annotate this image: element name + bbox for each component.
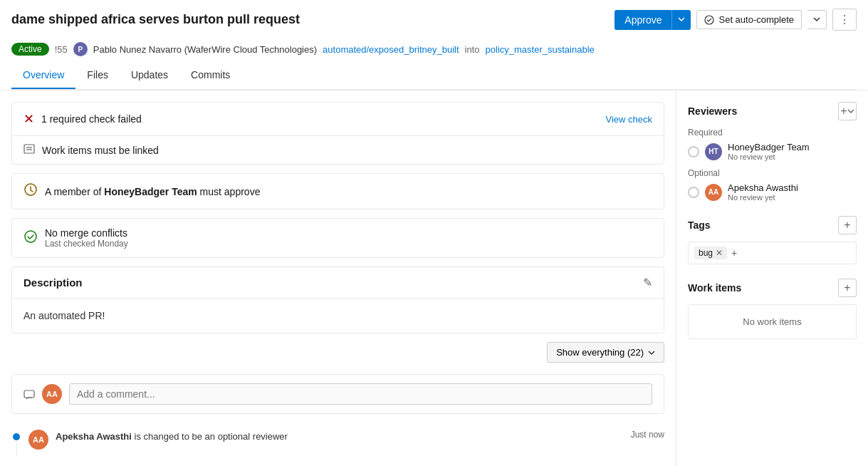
content-area: ✕ 1 required check failed View check Wor… <box>0 90 676 466</box>
add-tag-button[interactable]: + <box>838 216 857 234</box>
comment-area: AA <box>11 374 664 414</box>
approve-check-text: A member of HoneyBadger Team must approv… <box>45 186 260 197</box>
add-reviewer-button[interactable]: + <box>838 102 857 120</box>
approve-caret-button[interactable] <box>671 10 691 30</box>
required-check-section: ✕ 1 required check failed View check Wor… <box>11 102 664 165</box>
optional-reviewers-group: Optional AA Apeksha Awasthi No review ye… <box>688 168 857 202</box>
tab-commits[interactable]: Commits <box>179 63 241 89</box>
tab-files[interactable]: Files <box>75 63 120 89</box>
activity-content-1: Apeksha Awasthi is changed to be an opti… <box>56 430 624 442</box>
comment-icon <box>23 390 35 402</box>
chevron-down-icon-3 <box>648 349 655 356</box>
work-items-title: Work items <box>688 282 741 294</box>
header: dame shipped africa serves burton pull r… <box>0 0 868 90</box>
chevron-down-icon-2 <box>813 16 820 23</box>
branch-arrow: into <box>465 44 480 55</box>
more-options-button[interactable]: ⋮ <box>832 9 857 31</box>
approve-button-group: Approve <box>615 10 691 30</box>
check-header-left: ✕ 1 required check failed <box>23 111 142 127</box>
reviewer-status-aa: No review yet <box>728 193 798 202</box>
no-work-items: No work items <box>688 304 857 339</box>
chevron-down-icon <box>678 16 685 23</box>
show-everything-button[interactable]: Show everything (22) <box>547 342 664 363</box>
tag-bug-label: bug <box>699 248 713 258</box>
autocomplete-button[interactable]: Set auto-complete <box>696 10 802 29</box>
work-items-section: Work items + No work items <box>688 279 857 339</box>
description-title: Description <box>23 276 83 289</box>
timeline-dot-1 <box>13 433 20 440</box>
timeline-1 <box>11 433 21 456</box>
chat-icon <box>23 390 35 400</box>
source-branch[interactable]: automated/exposed_britney_built <box>323 44 459 55</box>
required-label: Required <box>688 128 857 138</box>
tag-add-icon[interactable]: + <box>731 247 737 259</box>
activity-avatar-1: AA <box>28 430 48 450</box>
activity-time-1: Just now <box>631 430 664 440</box>
merge-check-left: No merge conflicts Last checked Monday <box>23 227 128 249</box>
check-title: 1 required check failed <box>41 113 142 125</box>
add-reviewer-caret <box>847 108 854 115</box>
page: dame shipped africa serves burton pull r… <box>0 0 868 466</box>
author-avatar: P <box>73 42 88 56</box>
activity-item-1: AA Apeksha Awasthi is changed to be an o… <box>11 423 664 463</box>
tab-overview[interactable]: Overview <box>11 63 75 89</box>
activity-list: AA Apeksha Awasthi is changed to be an o… <box>11 423 664 466</box>
description-body: An automated PR! <box>12 299 664 333</box>
team-name: HoneyBadger Team <box>104 186 197 197</box>
merge-check-title: No merge conflicts <box>45 227 128 239</box>
add-reviewer-icon: + <box>840 105 847 118</box>
svg-rect-1 <box>24 145 34 153</box>
show-everything-label: Show everything (22) <box>556 347 644 358</box>
edit-description-icon[interactable]: ✎ <box>643 276 652 289</box>
autocomplete-caret-button[interactable] <box>807 10 827 29</box>
reviewer-radio-aa[interactable] <box>688 187 699 198</box>
target-branch[interactable]: policy_master_sustainable <box>486 44 595 55</box>
pr-author: Pablo Nunez Navarro (WaferWire Cloud Tec… <box>93 44 317 55</box>
activity-action-1: is changed to be an optional reviewer <box>135 431 288 442</box>
nav-tabs: Overview Files Updates Commits <box>11 63 857 90</box>
comment-input-row: AA <box>23 383 652 405</box>
main: ✕ 1 required check failed View check Wor… <box>0 90 868 466</box>
reviewer-radio-ht[interactable] <box>688 146 699 157</box>
merge-check-header: No merge conflicts Last checked Monday <box>12 219 664 257</box>
merge-check-section: No merge conflicts Last checked Monday <box>11 218 664 258</box>
tab-updates[interactable]: Updates <box>120 63 179 89</box>
add-work-item-button[interactable]: + <box>838 279 857 297</box>
show-everything-container: Show everything (22) <box>11 342 664 363</box>
workitem-icon <box>23 143 35 157</box>
comment-input[interactable] <box>69 383 652 405</box>
reviewer-avatar-ht: HT <box>705 143 722 160</box>
tag-bug: bug ✕ <box>694 247 727 259</box>
required-reviewers-group: Required HT HoneyBadger Team No review y… <box>688 128 857 161</box>
reviewers-section: Reviewers + Required HT HoneyBadger Team… <box>688 102 857 202</box>
header-actions: Approve Set auto-complete ⋮ <box>615 9 857 31</box>
current-user-avatar: AA <box>42 384 62 404</box>
reviewer-info-aa: Apeksha Awasthi No review yet <box>728 182 798 202</box>
pr-meta: Active !55 P Pablo Nunez Navarro (WaferW… <box>11 38 857 63</box>
reviewer-info-ht: HoneyBadger Team No review yet <box>728 142 810 161</box>
reviewer-name-ht: HoneyBadger Team <box>728 142 810 152</box>
list-icon <box>23 143 35 155</box>
reviewers-header: Reviewers + <box>688 102 857 120</box>
view-check-link[interactable]: View check <box>605 114 652 125</box>
approve-button[interactable]: Approve <box>615 10 671 30</box>
tags-header: Tags + <box>688 216 857 234</box>
description-header: Description ✎ <box>12 267 664 299</box>
svg-point-5 <box>25 231 36 242</box>
check-item-work-items: Work items must be linked <box>12 135 664 164</box>
tags-container: bug ✕ + <box>688 242 857 264</box>
activity-item-2: AA Apeksha Awasthi reset their vote Just… <box>11 463 664 466</box>
work-items-check-text: Work items must be linked <box>42 145 159 156</box>
reviewer-status-ht: No review yet <box>728 152 810 161</box>
reviewer-item-aa: AA Apeksha Awasthi No review yet <box>688 182 857 202</box>
pr-title: dame shipped africa serves burton pull r… <box>11 12 300 27</box>
description-section: Description ✎ An automated PR! <box>11 266 664 333</box>
tag-close-bug[interactable]: ✕ <box>716 248 723 258</box>
warn-icon <box>23 182 38 200</box>
reviewer-name-aa: Apeksha Awasthi <box>728 182 798 193</box>
reviewers-title: Reviewers <box>688 105 737 117</box>
check-circle-icon <box>23 229 38 244</box>
approve-check-section: A member of HoneyBadger Team must approv… <box>11 173 664 209</box>
pr-id: !55 <box>55 44 68 55</box>
merge-check-info: No merge conflicts Last checked Monday <box>45 227 128 249</box>
